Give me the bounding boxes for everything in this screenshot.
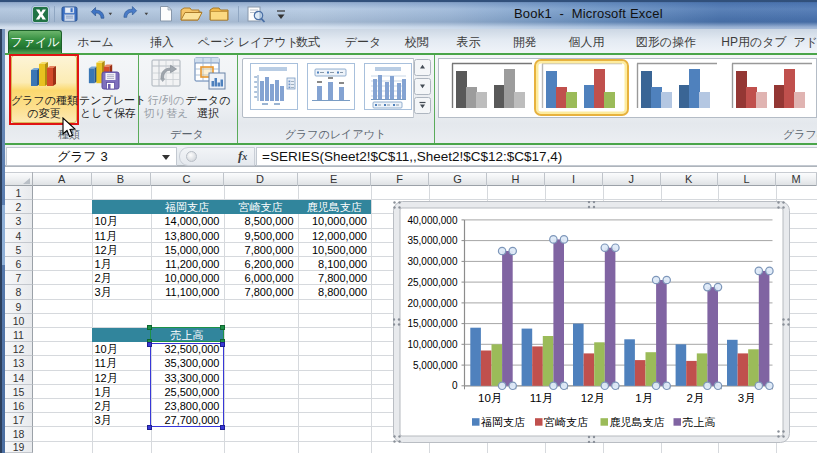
- svg-text:40,000,000: 40,000,000: [407, 214, 457, 225]
- svg-text:10,000,000: 10,000,000: [407, 338, 457, 349]
- svg-text:売上高: 売上高: [682, 416, 715, 428]
- svg-text:福岡支店: 福岡支店: [481, 416, 525, 428]
- svg-text:11月: 11月: [529, 391, 552, 403]
- svg-text:15,000,000: 15,000,000: [407, 318, 457, 329]
- svg-text:5,000,000: 5,000,000: [413, 359, 458, 370]
- svg-text:20,000,000: 20,000,000: [407, 297, 457, 308]
- svg-text:3月: 3月: [737, 391, 755, 403]
- svg-text:10月: 10月: [478, 391, 502, 403]
- svg-text:35,000,000: 35,000,000: [407, 235, 457, 246]
- svg-text:25,000,000: 25,000,000: [407, 276, 457, 287]
- svg-text:宮崎支店: 宮崎支店: [544, 416, 588, 428]
- svg-text:1月: 1月: [635, 391, 653, 403]
- svg-text:0: 0: [451, 380, 457, 391]
- svg-text:2月: 2月: [686, 391, 704, 403]
- svg-text:鹿児島支店: 鹿児島支店: [609, 416, 664, 428]
- svg-text:30,000,000: 30,000,000: [407, 256, 457, 267]
- svg-text:12月: 12月: [580, 391, 604, 403]
